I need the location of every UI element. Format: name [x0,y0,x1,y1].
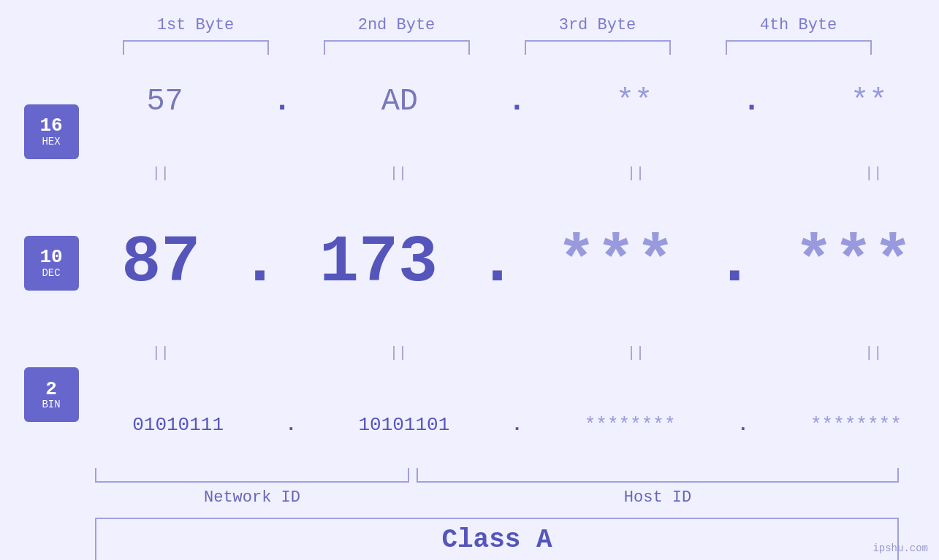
hex-badge-num: 16 [39,115,62,137]
top-bracket-1 [123,40,269,55]
dec-badge: 10 DEC [24,236,79,291]
eq2-4: || [864,345,882,361]
hex-badge: 16 HEX [24,104,79,159]
eq2-3: || [627,345,645,361]
eq1-3: || [627,165,645,182]
top-bracket-2 [324,40,470,55]
byte-label-2: 2nd Byte [316,16,477,34]
eq1-2: || [389,165,407,182]
bin-byte1: 01010111 [132,414,224,436]
hex-dot3: . [742,84,761,119]
dec-dot2: . [477,226,517,300]
eq1-1: || [152,165,170,182]
dec-byte4: *** [794,226,913,300]
byte-label-4: 4th Byte [718,16,879,34]
hex-byte3: ** [616,84,653,119]
eq2-2: || [389,345,407,361]
bin-byte2: 10101101 [358,414,449,436]
host-id-label: Host ID [417,488,899,507]
dec-byte3: *** [557,226,675,300]
watermark: ipshu.com [873,542,928,554]
dec-badge-num: 10 [39,247,62,268]
class-label: Class A [441,525,552,555]
eq2-1: || [152,345,170,361]
hex-byte4: ** [851,84,887,119]
dec-byte2: 173 [319,226,438,300]
host-bracket [417,468,899,483]
hex-dot2: . [508,84,526,119]
top-bracket-4 [726,40,872,55]
dec-byte1: 87 [121,226,200,300]
bin-dot1: . [285,414,297,436]
bin-dot3: . [737,414,749,436]
bin-byte3: ******** [585,414,676,436]
class-banner: Class A [95,518,899,560]
eq1-4: || [864,165,882,182]
bin-byte4: ******** [810,414,902,436]
dec-dot3: . [715,226,754,300]
hex-byte1: 57 [146,84,183,119]
byte-label-3: 3rd Byte [517,16,678,34]
byte-label-1: 1st Byte [115,16,276,34]
bin-dot2: . [512,414,523,436]
hex-byte2: AD [381,84,418,119]
top-bracket-3 [525,40,671,55]
network-bracket [95,468,409,483]
page-container: 1st Byte 2nd Byte 3rd Byte 4th Byte 16 H… [0,0,939,560]
dec-dot1: . [240,226,280,300]
network-id-label: Network ID [95,488,409,507]
bin-badge-label: BIN [42,399,60,410]
bin-badge-num: 2 [45,379,57,400]
bin-badge: 2 BIN [24,367,79,422]
hex-dot1: . [273,84,292,119]
dec-badge-label: DEC [42,268,60,279]
hex-badge-label: HEX [42,137,60,147]
